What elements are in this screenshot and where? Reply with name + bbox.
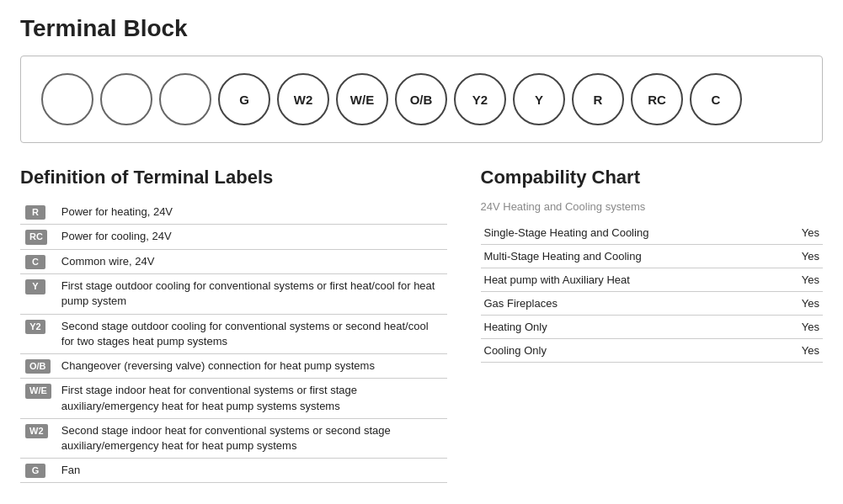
compat-row-label: Gas Fireplaces bbox=[481, 292, 781, 316]
terminal-block-box: GW2W/EO/BY2YRRCC bbox=[20, 56, 823, 143]
terminal-circle-we: W/E bbox=[336, 73, 388, 125]
terminals-row: GW2W/EO/BY2YRRCC bbox=[41, 73, 802, 125]
compat-row-label: Multi-Stage Heating and Cooling bbox=[481, 245, 781, 268]
definition-table: R Power for heating, 24V RC Power for co… bbox=[20, 200, 447, 483]
definition-label-cell: O/B bbox=[20, 353, 56, 378]
definition-description: Power for cooling, 24V bbox=[56, 225, 447, 249]
compat-row: Heating Only Yes bbox=[481, 316, 824, 339]
definition-description: First stage outdoor cooling for conventi… bbox=[56, 274, 447, 314]
definition-label-cell: R bbox=[20, 200, 56, 225]
definition-label-cell: W/E bbox=[20, 379, 56, 418]
definition-section-title: Definition of Terminal Labels bbox=[20, 167, 447, 188]
terminal-circle-ob: O/B bbox=[395, 73, 447, 125]
definition-row: O/B Changeover (reversing valve) connect… bbox=[20, 353, 447, 378]
definition-label-cell: C bbox=[20, 249, 56, 273]
compat-table: Single-Stage Heating and Cooling Yes Mul… bbox=[481, 221, 824, 363]
compat-row: Cooling Only Yes bbox=[481, 339, 824, 363]
definition-description: Changeover (reversing valve) connection … bbox=[56, 353, 447, 378]
page-title: Terminal Block bbox=[20, 15, 823, 42]
terminal-circle-empty-2 bbox=[159, 73, 211, 125]
compat-row-label: Single-Stage Heating and Cooling bbox=[481, 221, 781, 245]
terminal-circle-y2: Y2 bbox=[454, 73, 506, 125]
definition-row: Y2 Second stage outdoor cooling for conv… bbox=[20, 314, 447, 353]
compat-row-label: Cooling Only bbox=[481, 339, 781, 363]
definition-row: W/E First stage indoor heat for conventi… bbox=[20, 379, 447, 418]
compat-row-label: Heat pump with Auxiliary Heat bbox=[481, 268, 781, 292]
terminal-circle-y: Y bbox=[513, 73, 565, 125]
definition-label-cell: RC bbox=[20, 225, 56, 249]
label-badge: O/B bbox=[25, 359, 51, 374]
compat-row-value: Yes bbox=[780, 292, 823, 316]
compat-row-label: Heating Only bbox=[481, 316, 781, 339]
compat-row-value: Yes bbox=[780, 245, 823, 268]
definition-row: W2 Second stage indoor heat for conventi… bbox=[20, 418, 447, 458]
definition-description: Power for heating, 24V bbox=[56, 200, 447, 225]
definition-description: Common wire, 24V bbox=[56, 249, 447, 273]
definition-description: Fan bbox=[56, 459, 447, 483]
definition-label-cell: Y2 bbox=[20, 314, 56, 353]
label-badge: G bbox=[25, 464, 45, 478]
terminal-circle-c: C bbox=[690, 73, 742, 125]
terminal-circle-w2: W2 bbox=[277, 73, 329, 125]
terminal-circle-g: G bbox=[218, 73, 270, 125]
compatibility-section: Compability Chart 24V Heating and Coolin… bbox=[481, 167, 824, 363]
definition-label-cell: Y bbox=[20, 274, 56, 314]
compat-subtitle: 24V Heating and Cooling systems bbox=[481, 200, 824, 213]
definition-row: Y First stage outdoor cooling for conven… bbox=[20, 274, 447, 314]
compat-row: Gas Fireplaces Yes bbox=[481, 292, 824, 316]
terminal-circle-empty-1 bbox=[100, 73, 152, 125]
definition-description: Second stage indoor heat for conventiona… bbox=[56, 418, 447, 458]
definition-label-cell: W2 bbox=[20, 418, 56, 458]
definition-row: G Fan bbox=[20, 459, 447, 483]
terminal-circle-rc: RC bbox=[631, 73, 683, 125]
definition-description: Second stage outdoor cooling for convent… bbox=[56, 314, 447, 353]
compat-row-value: Yes bbox=[780, 221, 823, 245]
label-badge: R bbox=[25, 205, 45, 220]
definition-row: R Power for heating, 24V bbox=[20, 200, 447, 225]
definition-section: Definition of Terminal Labels R Power fo… bbox=[20, 167, 447, 483]
compat-row-value: Yes bbox=[780, 339, 823, 363]
definition-row: C Common wire, 24V bbox=[20, 249, 447, 273]
label-badge: W2 bbox=[25, 424, 48, 438]
label-badge: Y2 bbox=[25, 320, 45, 334]
compat-row-value: Yes bbox=[780, 268, 823, 292]
definition-row: RC Power for cooling, 24V bbox=[20, 225, 447, 249]
label-badge: Y bbox=[25, 279, 45, 294]
two-column-layout: Definition of Terminal Labels R Power fo… bbox=[20, 167, 823, 483]
label-badge: C bbox=[25, 255, 45, 269]
label-badge: W/E bbox=[25, 384, 51, 398]
definition-description: First stage indoor heat for conventional… bbox=[56, 379, 447, 418]
terminal-circle-r: R bbox=[572, 73, 624, 125]
compat-row: Heat pump with Auxiliary Heat Yes bbox=[481, 268, 824, 292]
compat-row-value: Yes bbox=[780, 316, 823, 339]
terminal-circle-empty-0 bbox=[41, 73, 93, 125]
compat-row: Multi-Stage Heating and Cooling Yes bbox=[481, 245, 824, 268]
compat-row: Single-Stage Heating and Cooling Yes bbox=[481, 221, 824, 245]
label-badge: RC bbox=[25, 230, 47, 244]
definition-label-cell: G bbox=[20, 459, 56, 483]
compatibility-section-title: Compability Chart bbox=[481, 167, 824, 188]
